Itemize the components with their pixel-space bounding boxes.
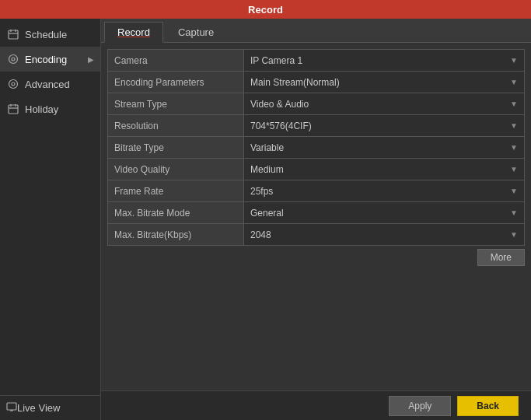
- apply-button[interactable]: Apply: [389, 396, 451, 416]
- config-label: Encoding Parameters: [108, 72, 244, 93]
- svg-rect-0: [9, 30, 18, 39]
- config-value: IP Camera 1: [250, 55, 302, 66]
- config-label: Max. Bitrate Mode: [108, 202, 244, 224]
- config-table: CameraIP Camera 1▼Encoding ParametersMai…: [107, 49, 525, 246]
- tab-record[interactable]: Record: [104, 22, 163, 43]
- config-label: Resolution: [108, 115, 244, 137]
- bottom-bar: Apply Back: [101, 390, 531, 420]
- advanced-icon: [6, 77, 20, 91]
- config-label: Camera: [108, 50, 244, 72]
- more-button[interactable]: More: [477, 249, 525, 266]
- sidebar-item-label: Encoding: [25, 54, 67, 65]
- sidebar-item-label: Advanced: [25, 79, 70, 90]
- table-row: Max. Bitrate(Kbps)2048▼: [108, 224, 525, 246]
- chevron-down-icon: ▼: [510, 208, 518, 217]
- table-row: Max. Bitrate ModeGeneral▼: [108, 202, 525, 224]
- svg-point-4: [9, 55, 18, 64]
- config-value: Main Stream(Normal): [250, 77, 340, 88]
- sidebar-item-schedule[interactable]: Schedule: [0, 22, 100, 47]
- table-row: Encoding ParametersMain Stream(Normal)▼: [108, 72, 525, 93]
- schedule-icon: [6, 27, 20, 41]
- svg-point-6: [9, 80, 18, 89]
- sidebar: Schedule Encoding ▶ Advanced: [0, 19, 101, 420]
- sidebar-item-label: Schedule: [25, 29, 67, 40]
- config-label: Bitrate Type: [108, 137, 244, 159]
- svg-rect-8: [9, 105, 18, 114]
- config-value-cell[interactable]: IP Camera 1▼: [244, 50, 525, 72]
- config-value: 2048: [250, 229, 271, 240]
- tab-capture[interactable]: Capture: [165, 22, 227, 42]
- config-label: Max. Bitrate(Kbps): [108, 224, 244, 246]
- config-value-cell[interactable]: Medium▼: [244, 159, 525, 180]
- encoding-icon: [6, 52, 20, 66]
- config-value: Medium: [250, 164, 284, 175]
- chevron-down-icon: ▼: [510, 121, 518, 130]
- svg-point-5: [12, 58, 15, 61]
- table-row: Stream TypeVideo & Audio▼: [108, 93, 525, 115]
- config-value: Video & Audio: [250, 99, 309, 110]
- config-label: Stream Type: [108, 93, 244, 115]
- chevron-down-icon: ▼: [510, 165, 518, 173]
- sidebar-item-advanced[interactable]: Advanced: [0, 72, 100, 96]
- table-row: Bitrate TypeVariable▼: [108, 137, 525, 159]
- config-value-cell[interactable]: 704*576(4CIF)▼: [244, 115, 525, 137]
- table-row: Resolution704*576(4CIF)▼: [108, 115, 525, 137]
- config-label: Video Quality: [108, 159, 244, 180]
- config-value-cell[interactable]: General▼: [244, 202, 525, 224]
- chevron-right-icon: ▶: [88, 55, 94, 64]
- table-row: Video QualityMedium▼: [108, 159, 525, 180]
- content-area: Record Capture CameraIP Camera 1▼Encodin…: [101, 19, 531, 420]
- live-view-label: Live View: [17, 402, 60, 414]
- chevron-down-icon: ▼: [510, 56, 518, 65]
- sidebar-item-encoding[interactable]: Encoding ▶: [0, 47, 100, 72]
- config-value-cell[interactable]: 25fps▼: [244, 180, 525, 202]
- tabs: Record Capture: [101, 19, 531, 43]
- chevron-down-icon: ▼: [510, 143, 518, 152]
- sidebar-item-holiday[interactable]: Holiday: [0, 96, 100, 121]
- config-value-cell[interactable]: Variable▼: [244, 137, 525, 159]
- chevron-down-icon: ▼: [510, 78, 518, 86]
- config-label: Frame Rate: [108, 180, 244, 202]
- config-value: 704*576(4CIF): [250, 121, 312, 131]
- live-view-icon: [6, 401, 17, 415]
- config-value: General: [250, 208, 284, 219]
- table-row: CameraIP Camera 1▼: [108, 50, 525, 72]
- config-value-cell[interactable]: Main Stream(Normal)▼: [244, 72, 525, 93]
- config-value: 25fps: [250, 186, 273, 197]
- config-value-cell[interactable]: 2048▼: [244, 224, 525, 246]
- chevron-down-icon: ▼: [510, 230, 518, 239]
- chevron-down-icon: ▼: [510, 100, 518, 108]
- config-value-cell[interactable]: Video & Audio▼: [244, 93, 525, 115]
- config-value: Variable: [250, 142, 284, 153]
- title-bar: Record: [0, 0, 531, 19]
- more-btn-row: More: [107, 246, 525, 269]
- back-button[interactable]: Back: [457, 396, 519, 416]
- live-view-button[interactable]: Live View: [0, 395, 100, 420]
- holiday-icon: [6, 102, 20, 116]
- chevron-down-icon: ▼: [510, 187, 518, 195]
- svg-point-7: [12, 82, 15, 86]
- table-row: Frame Rate25fps▼: [108, 180, 525, 202]
- svg-rect-12: [7, 403, 16, 410]
- config-table-area: CameraIP Camera 1▼Encoding ParametersMai…: [101, 43, 531, 390]
- title-text: Record: [248, 4, 283, 16]
- sidebar-item-label: Holiday: [25, 103, 58, 115]
